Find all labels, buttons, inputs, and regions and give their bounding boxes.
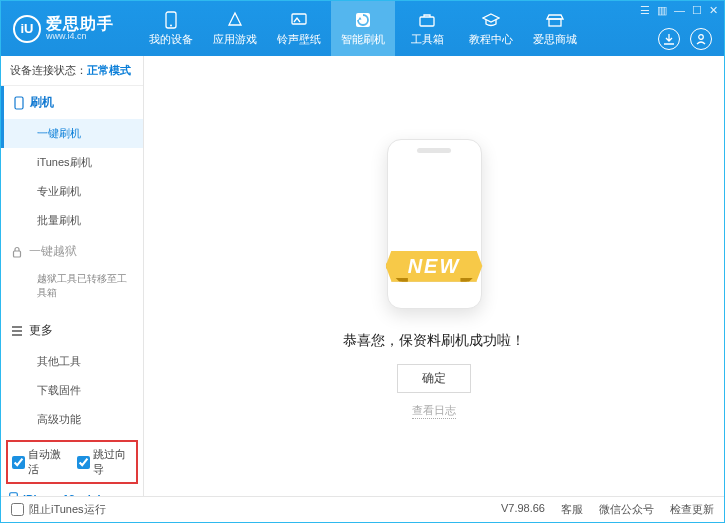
graduation-icon xyxy=(482,11,500,29)
illustration: NEW xyxy=(334,134,534,314)
view-log-link[interactable]: 查看日志 xyxy=(412,403,456,419)
block-itunes-label: 阻止iTunes运行 xyxy=(29,502,106,517)
phone-small-icon xyxy=(14,96,24,110)
app-window: iU 爱思助手 www.i4.cn 我的设备 应用游戏 铃声壁纸 智能刷机 xyxy=(0,0,725,523)
sidebar-item-batch-flash[interactable]: 批量刷机 xyxy=(1,206,143,235)
toolbox-icon xyxy=(418,11,436,29)
wechat-link[interactable]: 微信公众号 xyxy=(599,502,654,517)
sidebar-item-oneclick-flash[interactable]: 一键刷机 xyxy=(1,119,143,148)
nav-apps-games[interactable]: 应用游戏 xyxy=(203,1,267,56)
store-icon xyxy=(546,11,564,29)
nav-store[interactable]: 爱思商城 xyxy=(523,1,587,56)
jailbreak-note: 越狱工具已转移至工具箱 xyxy=(37,272,131,300)
titlebar: iU 爱思助手 www.i4.cn 我的设备 应用游戏 铃声壁纸 智能刷机 xyxy=(1,1,724,56)
wallpaper-icon xyxy=(290,11,308,29)
lock-icon xyxy=(11,246,23,258)
skin-icon[interactable]: ▥ xyxy=(657,4,667,17)
logo: iU 爱思助手 www.i4.cn xyxy=(1,15,124,43)
app-name: 爱思助手 xyxy=(46,15,114,33)
main-panel: NEW 恭喜您，保资料刷机成功啦！ 确定 查看日志 xyxy=(144,56,724,496)
option-checkboxes: 自动激活 跳过向导 xyxy=(6,440,138,484)
svg-rect-5 xyxy=(549,19,561,26)
sidebar-item-other-tools[interactable]: 其他工具 xyxy=(1,347,143,376)
version-label: V7.98.66 xyxy=(501,502,545,517)
new-ribbon: NEW xyxy=(386,251,483,282)
phone-illustration xyxy=(387,139,482,309)
flash-icon xyxy=(354,11,372,29)
nav-smart-flash[interactable]: 智能刷机 xyxy=(331,1,395,56)
minimize-icon[interactable]: — xyxy=(674,4,685,17)
sidebar-item-itunes-flash[interactable]: iTunes刷机 xyxy=(1,148,143,177)
sidebar-group-more[interactable]: 更多 xyxy=(1,314,143,347)
user-icon[interactable] xyxy=(690,28,712,50)
sidebar-item-download-fw[interactable]: 下载固件 xyxy=(1,376,143,405)
close-icon[interactable]: ✕ xyxy=(709,4,718,17)
sidebar-item-pro-flash[interactable]: 专业刷机 xyxy=(1,177,143,206)
nav-my-device[interactable]: 我的设备 xyxy=(139,1,203,56)
checkbox-skip-guide[interactable]: 跳过向导 xyxy=(77,447,132,477)
support-link[interactable]: 客服 xyxy=(561,502,583,517)
checkbox-auto-activate[interactable]: 自动激活 xyxy=(12,447,67,477)
download-icon[interactable] xyxy=(658,28,680,50)
window-controls: ☰ ▥ — ☐ ✕ xyxy=(640,4,718,17)
sidebar-item-advanced[interactable]: 高级功能 xyxy=(1,405,143,434)
svg-rect-7 xyxy=(15,97,23,109)
connection-status: 设备连接状态：正常模式 xyxy=(1,56,143,86)
svg-point-1 xyxy=(170,24,172,26)
success-message: 恭喜您，保资料刷机成功啦！ xyxy=(343,332,525,350)
svg-point-6 xyxy=(699,35,704,40)
sidebar-group-flash[interactable]: 刷机 xyxy=(1,86,143,119)
device-card[interactable]: iPhone 12 mini 64GB Down-12mini-13,1 xyxy=(1,488,143,496)
body: 设备连接状态：正常模式 刷机 一键刷机 iTunes刷机 专业刷机 批量刷机 一… xyxy=(1,56,724,496)
svg-rect-2 xyxy=(292,14,306,24)
sidebar: 设备连接状态：正常模式 刷机 一键刷机 iTunes刷机 专业刷机 批量刷机 一… xyxy=(1,56,144,496)
sidebar-group-jailbreak: 一键越狱 xyxy=(1,235,143,268)
account-area xyxy=(658,28,712,50)
maximize-icon[interactable]: ☐ xyxy=(692,4,702,17)
statusbar: 阻止iTunes运行 V7.98.66 客服 微信公众号 检查更新 xyxy=(1,496,724,522)
list-icon xyxy=(11,326,23,336)
check-update-link[interactable]: 检查更新 xyxy=(670,502,714,517)
svg-rect-8 xyxy=(14,251,21,257)
nav-ringtone-wallpaper[interactable]: 铃声壁纸 xyxy=(267,1,331,56)
nav-tutorial[interactable]: 教程中心 xyxy=(459,1,523,56)
apps-icon xyxy=(226,11,244,29)
top-nav: 我的设备 应用游戏 铃声壁纸 智能刷机 工具箱 教程中心 xyxy=(139,1,587,56)
logo-icon: iU xyxy=(13,15,41,43)
app-url: www.i4.cn xyxy=(46,32,114,42)
confirm-button[interactable]: 确定 xyxy=(397,364,471,393)
nav-toolbox[interactable]: 工具箱 xyxy=(395,1,459,56)
phone-icon xyxy=(162,11,180,29)
checkbox-block-itunes[interactable] xyxy=(11,503,24,516)
svg-rect-4 xyxy=(420,17,434,26)
menu-icon[interactable]: ☰ xyxy=(640,4,650,17)
